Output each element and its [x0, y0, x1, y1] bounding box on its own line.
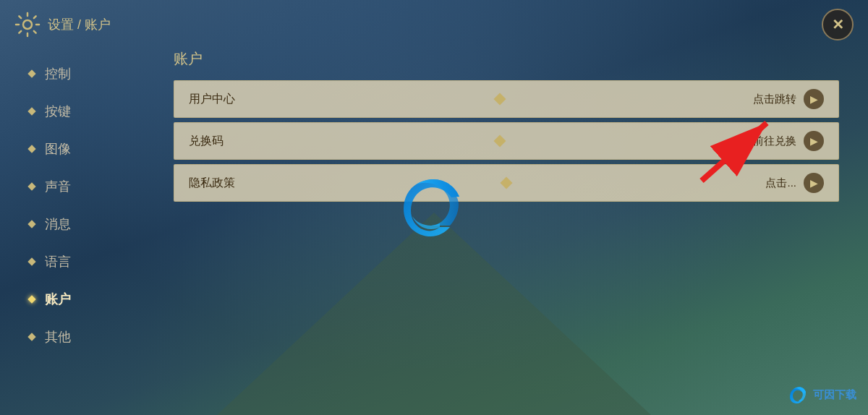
edge-icon-overlay [398, 171, 470, 244]
close-button[interactable]: ✕ [822, 9, 854, 40]
sidebar-label-message: 消息 [45, 215, 71, 233]
menu-row-center-1 [247, 137, 753, 145]
menu-row-label-1: 兑换码 [189, 134, 247, 149]
header: 设置 / 账户 ✕ [0, 0, 868, 49]
sidebar-label-other: 其他 [45, 328, 71, 346]
row-diamond-2 [500, 177, 512, 189]
sidebar-label-language: 语言 [45, 253, 71, 270]
watermark-text: 可因下载 [813, 388, 856, 402]
sidebar-diamond-sound [27, 182, 35, 190]
sidebar-item-control[interactable]: 控制 [0, 56, 159, 91]
sidebar-item-account[interactable]: 账户 [0, 282, 159, 317]
sidebar-item-keys[interactable]: 按键 [0, 94, 159, 129]
header-left: 设置 / 账户 [14, 12, 111, 38]
menu-row-arrow-1[interactable]: ▶ [804, 131, 824, 151]
content-area: 账户 用户中心点击跳转▶兑换码前往兑换▶隐私政策点击...▶ [159, 49, 868, 401]
menu-row-right-0: 点击跳转▶ [753, 89, 824, 109]
sidebar-diamond-image [27, 145, 35, 153]
breadcrumb: 设置 / 账户 [48, 16, 111, 33]
menu-row-center-2 [247, 179, 765, 187]
sidebar-label-image: 图像 [45, 140, 71, 158]
menu-row-arrow-0[interactable]: ▶ [804, 89, 824, 109]
menu-row-action-0: 点击跳转 [753, 93, 796, 106]
sidebar-diamond-other [27, 333, 35, 341]
sidebar-diamond-language [27, 257, 35, 265]
watermark: 可因下载 [788, 385, 856, 405]
gear-icon [14, 12, 41, 38]
menu-row-center-0 [247, 95, 753, 103]
sidebar-item-image[interactable]: 图像 [0, 132, 159, 166]
section-title: 账户 [174, 49, 839, 69]
menu-row-0[interactable]: 用户中心点击跳转▶ [174, 80, 839, 118]
menu-row-arrow-2[interactable]: ▶ [804, 173, 824, 193]
menu-row-label-0: 用户中心 [189, 92, 247, 107]
svg-point-0 [23, 20, 32, 29]
sidebar-label-keys: 按键 [45, 103, 71, 120]
sidebar-item-language[interactable]: 语言 [0, 244, 159, 279]
sidebar-diamond-account [27, 295, 35, 303]
row-diamond-1 [494, 135, 506, 147]
svg-line-2 [702, 123, 767, 181]
sidebar-item-message[interactable]: 消息 [0, 207, 159, 241]
sidebar-item-sound[interactable]: 声音 [0, 169, 159, 204]
watermark-icon [788, 385, 809, 405]
menu-row-label-2: 隐私政策 [189, 176, 247, 191]
sidebar-diamond-control [27, 69, 35, 77]
sidebar-diamond-keys [27, 107, 35, 115]
edge-svg [398, 171, 470, 244]
sidebar-diamond-message [27, 220, 35, 228]
sidebar-label-control: 控制 [45, 65, 71, 82]
sidebar-item-other[interactable]: 其他 [0, 320, 159, 354]
row-diamond-0 [494, 93, 506, 106]
sidebar-label-sound: 声音 [45, 178, 71, 195]
sidebar: 控制按键图像声音消息语言账户其他 [0, 49, 159, 401]
red-arrow-annotation [694, 116, 781, 188]
sidebar-label-account: 账户 [45, 291, 71, 308]
